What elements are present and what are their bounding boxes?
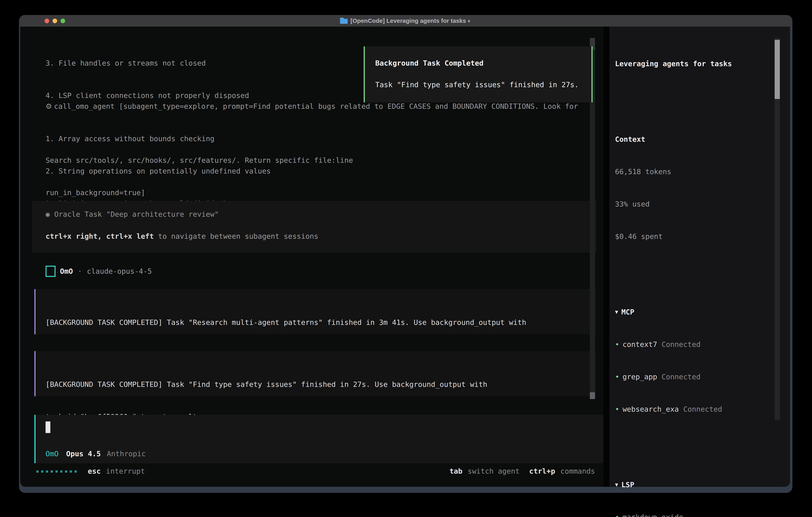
- input-meta-row: OmO Opus 4.5 Anthropic: [46, 448, 146, 459]
- toast-body: Task "Find type safety issues" finished …: [375, 79, 579, 90]
- chevron-down-icon: ▼: [615, 306, 618, 317]
- mcp-name: grep_app: [622, 373, 657, 381]
- gear-icon: ⚙: [46, 101, 52, 112]
- context-used: 33% used: [615, 199, 779, 210]
- main-scrollbar-thumb[interactable]: [590, 392, 595, 399]
- text-cursor: [46, 421, 50, 433]
- window-title: [OpenCode] Leveraging agents for tasks ◐: [350, 18, 471, 24]
- tool-call-line: 1. Array access without bounds checking: [46, 133, 557, 144]
- mcp-item: •grep_appConnected: [615, 372, 779, 382]
- input-provider: Anthropic: [107, 448, 146, 459]
- scrollback-line: 3. File handles or streams not closed: [46, 58, 353, 69]
- scrollback-line: 4. LSP client connections not properly d…: [46, 90, 353, 101]
- spacer: [615, 436, 779, 447]
- commands-key-hint: ctrl+p: [529, 466, 555, 477]
- omo-agent-icon: [46, 266, 56, 277]
- context-heading: Context: [615, 134, 779, 145]
- tool-call-line: 2. String operations on potentially unde…: [46, 166, 557, 176]
- commands-key-label: commands: [560, 466, 595, 477]
- input-model: Opus 4.5: [66, 448, 101, 459]
- input-agent: OmO: [46, 448, 59, 459]
- statusbar-right: tab switch agent ctrl+p commands: [450, 466, 595, 477]
- agent-model: claude-opus-4-5: [87, 266, 152, 277]
- bullet-icon: •: [615, 405, 619, 413]
- bullet-icon: •: [615, 373, 619, 381]
- statusbar-left: ▪▪▪▪▪▪▪▪▪ esc interrupt: [36, 466, 145, 477]
- oracle-task-card: ◉ Oracle Task "Deep architecture review"…: [32, 201, 597, 252]
- esc-key-label: interrupt: [106, 466, 145, 477]
- bullet-icon: •: [615, 340, 619, 349]
- mcp-name: context7: [622, 340, 657, 349]
- window-title-wrap: [OpenCode] Leveraging agents for tasks ◐: [19, 15, 792, 27]
- mcp-item: •context7Connected: [615, 339, 779, 350]
- panel-divider: [603, 27, 609, 487]
- hint-rest: to navigate between subagent sessions: [154, 232, 318, 240]
- prompt-input[interactable]: OmO Opus 4.5 Anthropic: [34, 415, 603, 463]
- mcp-status: Connected: [662, 340, 700, 349]
- record-icon: ◉: [46, 210, 50, 218]
- task-message-card: [BACKGROUND TASK COMPLETED] Task "Resear…: [34, 289, 596, 334]
- tool-call-header: ⚙ call_omo_agent [subagent_type=explore,…: [46, 101, 578, 112]
- bullet-icon: •: [615, 513, 619, 517]
- mcp-status: Connected: [683, 405, 722, 413]
- session-title: Leveraging agents for tasks: [615, 58, 779, 69]
- task-message-line: [BACKGROUND TASK COMPLETED] Task "Find t…: [46, 379, 596, 390]
- context-spent: $0.46 spent: [615, 231, 779, 242]
- agent-name: OmO: [60, 266, 73, 277]
- toast-title: Background Task Completed: [375, 58, 484, 69]
- task-message-line: [BACKGROUND TASK COMPLETED] Task "Resear…: [46, 317, 596, 328]
- tab-key-hint: tab: [450, 466, 462, 477]
- background-task-toast: Background Task Completed Task "Find typ…: [364, 46, 592, 102]
- lsp-section-heading[interactable]: ▼LSP: [615, 480, 779, 490]
- spacer: [615, 91, 779, 102]
- tab-key-label: switch agent: [467, 466, 520, 477]
- mcp-section-heading[interactable]: ▼MCP: [615, 307, 779, 318]
- sidebar-content: Leveraging agents for tasks Context 66,5…: [615, 37, 779, 517]
- esc-key-hint: esc: [88, 466, 101, 477]
- separator-dot: ·: [78, 266, 82, 277]
- agent-header-row: OmO · claude-opus-4-5: [46, 266, 152, 277]
- hint-keys: ctrl+x right, ctrl+x left: [46, 232, 154, 240]
- chevron-down-icon: ▼: [615, 479, 618, 490]
- spinner-dots: ▪▪▪▪▪▪▪▪▪: [36, 466, 79, 477]
- folder-icon: [340, 18, 348, 24]
- lsp-item: •markdown-oxide: [615, 512, 779, 517]
- context-tokens: 66,518 tokens: [615, 166, 779, 177]
- titlebar[interactable]: [OpenCode] Leveraging agents for tasks ◐: [19, 15, 792, 27]
- tool-call-title: call_omo_agent [subagent_type=explore, p…: [54, 101, 578, 112]
- task-message-card: [BACKGROUND TASK COMPLETED] Task "Find t…: [34, 351, 596, 396]
- oracle-task-hint: ctrl+x right, ctrl+x left to navigate be…: [46, 231, 318, 242]
- spacer: [615, 264, 779, 274]
- desktop: [OpenCode] Leveraging agents for tasks ◐…: [0, 0, 812, 517]
- oracle-task-title: ◉ Oracle Task "Deep architecture review": [46, 209, 219, 220]
- mcp-name: websearch_exa: [622, 405, 679, 413]
- lsp-name: markdown-oxide: [622, 513, 683, 517]
- mcp-status: Connected: [662, 373, 700, 381]
- mcp-item: •websearch_exaConnected: [615, 404, 779, 415]
